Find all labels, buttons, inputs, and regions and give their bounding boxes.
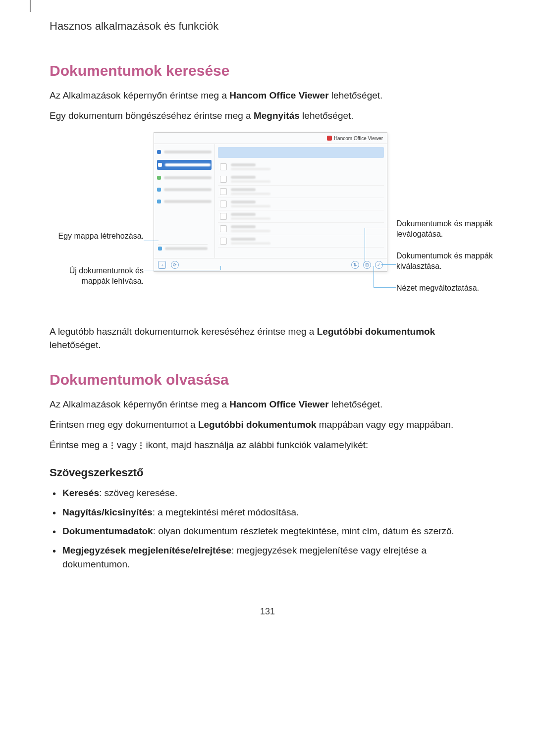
- app-file-list: [215, 161, 387, 258]
- sort-icon[interactable]: ⇅: [351, 261, 359, 269]
- figure-app-screenshot: Hancom Office Viewer: [50, 132, 485, 310]
- hancom-logo-icon: [327, 136, 332, 141]
- callout-new-docs: Új dokumentumok és mappák lehívása.: [50, 266, 144, 287]
- select-icon[interactable]: ✓: [375, 261, 383, 269]
- app-brand-label: Hancom Office Viewer: [334, 136, 383, 141]
- callout-sort: Dokumentumok és mappák leválogatása.: [396, 219, 495, 240]
- subheading-texteditor: Szövegszerkesztő: [50, 466, 485, 479]
- more-vert-icon: [111, 442, 113, 449]
- feature-list: Keresés: szöveg keresése. Nagyítás/kicsi…: [50, 486, 485, 572]
- section-title-read: Dokumentumok olvasása: [50, 371, 485, 388]
- tab-mark: [30, 0, 31, 12]
- app-sidebar: [154, 144, 215, 258]
- more-vert-icon: [140, 442, 142, 449]
- breadcrumb: Hasznos alkalmazások és funkciók: [50, 20, 485, 33]
- feature-item: Nagyítás/kicsinyítés: a megtekintési mér…: [50, 505, 485, 520]
- para-s1-3: A legutóbb használt dokumentumok keresés…: [50, 325, 485, 352]
- callout-create-folder: Egy mappa létrehozása.: [50, 231, 144, 242]
- para-s1-1: Az Alkalmazások képernyőn érintse meg a …: [50, 89, 485, 102]
- app-main-header: [218, 147, 384, 158]
- callout-select: Dokumentumok és mappák kiválasztása.: [396, 251, 495, 272]
- refresh-icon[interactable]: ⟳: [171, 261, 179, 269]
- feature-item: Dokumentumadatok: olyan dokumentum részl…: [50, 524, 485, 539]
- para-s2-1: Az Alkalmazások képernyőn érintse meg a …: [50, 398, 485, 411]
- section-title-search: Dokumentumok keresése: [50, 62, 485, 79]
- callout-view: Nézet megváltoztatása.: [396, 283, 495, 294]
- new-folder-icon[interactable]: ＋: [158, 261, 166, 269]
- para-s1-2: Egy dokumentum böngészéséhez érintse meg…: [50, 109, 485, 123]
- feature-item: Keresés: szöveg keresése.: [50, 486, 485, 501]
- feature-item: Megjegyzések megjelenítése/elrejtése: me…: [50, 544, 485, 572]
- page-number: 131: [50, 606, 485, 617]
- sidebar-add-item[interactable]: [158, 244, 208, 252]
- app-window: Hancom Office Viewer: [154, 132, 387, 272]
- para-s2-3: Érintse meg a vagy ikont, majd használja…: [50, 439, 485, 452]
- para-s2-2: Érintsen meg egy dokumentumot a Legutóbb…: [50, 418, 485, 432]
